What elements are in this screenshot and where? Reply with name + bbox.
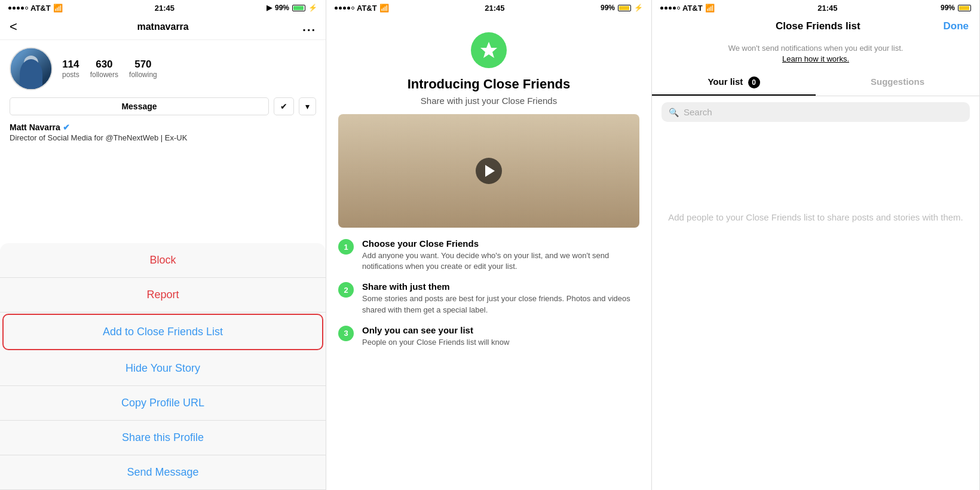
close-friends-list-title: Close Friends list [693, 20, 944, 32]
feature-num-2: 2 [338, 282, 354, 298]
follow-button[interactable]: ✔ [274, 97, 294, 115]
verified-badge: ✔ [63, 122, 70, 132]
search-input[interactable] [684, 107, 963, 117]
feature-desc-1: Add anyone you want. You decide who's on… [362, 250, 639, 272]
panel-close-friends-list: AT&T 📶 21:45 99% Close Friends list Done… [652, 0, 980, 490]
tab-your-list[interactable]: Your list 0 [652, 71, 816, 96]
more-options-button[interactable]: ... [302, 20, 316, 34]
list-tabs: Your list 0 Suggestions [652, 71, 979, 96]
profile-info-section: 114 posts 630 followers 570 following [0, 40, 326, 95]
hide-story-action[interactable]: Hide Your Story [0, 351, 326, 386]
message-button[interactable]: Message [10, 97, 269, 115]
dot1 [8, 7, 11, 10]
learn-more-link[interactable]: Learn how it works. [782, 54, 849, 63]
d5 [351, 7, 354, 10]
time-2: 21:45 [485, 4, 504, 13]
tab-suggestions[interactable]: Suggestions [816, 71, 979, 96]
feature-title-2: Share with just them [362, 281, 639, 292]
feature-text-1: Choose your Close Friends Add anyone you… [362, 238, 639, 272]
profile-full-name: Matt Navarra ✔ [10, 122, 316, 132]
profile-nav-header: < matnavarra ... [0, 14, 326, 40]
followers-count: 630 [90, 59, 118, 71]
report-action[interactable]: Report [0, 278, 326, 313]
wifi-icon-1: 📶 [53, 4, 63, 13]
avatar-image [11, 48, 51, 89]
notice-text: We won't send notifications when you edi… [728, 44, 904, 53]
battery-pct-3: 99% [941, 4, 955, 12]
add-close-friends-action[interactable]: Add to Close Friends List [2, 314, 323, 350]
status-bar-3: AT&T 📶 21:45 99% [652, 0, 979, 14]
status-right-1: ▶ 99% ⚡ [267, 4, 317, 12]
block-action[interactable]: Block [0, 243, 326, 278]
play-button[interactable] [476, 158, 502, 184]
dot2 [13, 7, 16, 10]
status-left-2: AT&T 📶 [335, 4, 389, 13]
avatar [10, 47, 53, 90]
status-left-3: AT&T 📶 [660, 4, 715, 13]
search-bar[interactable]: 🔍 [662, 102, 970, 122]
suggestions-tab-label: Suggestions [871, 76, 924, 87]
close-friends-star-icon [471, 32, 507, 68]
feature-num-1: 1 [338, 239, 354, 255]
battery-icon-1 [292, 5, 305, 11]
empty-state-message: Add people to your Close Friends list to… [652, 128, 979, 307]
back-button[interactable]: < [10, 19, 17, 35]
dot3 [17, 7, 20, 10]
empty-text: Add people to your Close Friends list to… [668, 211, 963, 225]
username-label: matnavarra [23, 22, 302, 32]
feature-num-3: 3 [338, 326, 354, 341]
close-friends-intro-content: Introducing Close Friends Share with jus… [326, 14, 651, 490]
following-label: following [129, 71, 157, 79]
feature-item-1: 1 Choose your Close Friends Add anyone y… [338, 238, 639, 272]
share-profile-action[interactable]: Share this Profile [0, 421, 326, 455]
intro-video-thumbnail[interactable] [338, 114, 639, 228]
your-list-tab-label: Your list [708, 76, 743, 87]
signal-dots-3 [660, 7, 680, 10]
stat-followers: 630 followers [90, 59, 118, 79]
battery-icon-3 [958, 5, 971, 11]
stats-section: 114 posts 630 followers 570 following [62, 59, 157, 79]
status-bar-2: AT&T 📶 21:45 99% ⚡ [326, 0, 651, 14]
intro-subtitle: Share with just your Close Friends [338, 96, 639, 106]
signal-dots-2 [335, 7, 354, 10]
profile-name-section: Matt Navarra ✔ Director of Social Media … [0, 120, 326, 145]
p3d4 [673, 7, 676, 10]
charging-icon-1: ⚡ [308, 4, 317, 12]
star-shape [480, 42, 497, 58]
status-bar-1: AT&T 📶 21:45 ▶ 99% ⚡ [0, 0, 326, 14]
feature-desc-2: Some stories and posts are best for just… [362, 293, 639, 315]
battery-pct-2: 99% [601, 4, 615, 12]
star-svg [479, 41, 498, 60]
feature-item-2: 2 Share with just them Some stories and … [338, 281, 639, 315]
list-count-badge: 0 [748, 76, 760, 88]
p3d5 [677, 7, 680, 10]
panel-profile: AT&T 📶 21:45 ▶ 99% ⚡ < matnavarra ... [0, 0, 326, 490]
d2 [339, 7, 342, 10]
posts-count: 114 [62, 59, 79, 71]
copy-url-action[interactable]: Copy Profile URL [0, 386, 326, 421]
time-3: 21:45 [817, 4, 837, 13]
battery-fill-1 [293, 6, 304, 10]
panel-close-friends-intro: AT&T 📶 21:45 99% ⚡ Introducing Close Fri… [326, 0, 652, 490]
feature-text-2: Share with just them Some stories and po… [362, 281, 639, 315]
name-text: Matt Navarra [10, 122, 60, 132]
send-message-action[interactable]: Send Message [0, 455, 326, 490]
close-friends-list-header: Close Friends list Done [652, 14, 979, 37]
charging-icon-2: ⚡ [634, 4, 643, 12]
location-icon-1: ▶ [267, 4, 272, 12]
wifi-icon-3: 📶 [705, 4, 715, 13]
posts-label: posts [62, 71, 79, 79]
p3d3 [669, 7, 672, 10]
dropdown-button[interactable]: ▾ [299, 97, 316, 115]
feature-text-3: Only you can see your list People on you… [362, 325, 509, 348]
action-sheet: Block Report Add to Close Friends List H… [0, 243, 326, 490]
feature-title-3: Only you can see your list [362, 325, 509, 335]
battery-fill-3 [959, 6, 969, 10]
d3 [343, 7, 346, 10]
done-button[interactable]: Done [944, 20, 969, 32]
d1 [335, 7, 338, 10]
carrier-1: AT&T [30, 4, 51, 13]
status-left-1: AT&T 📶 [8, 4, 63, 13]
battery-pct-1: 99% [275, 4, 289, 12]
avatar-body [20, 59, 42, 89]
